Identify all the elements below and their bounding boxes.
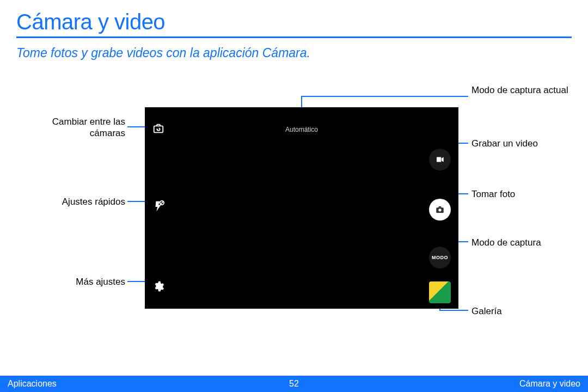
callout-current-mode: Modo de captura actual <box>471 84 568 96</box>
current-mode-label: Automático <box>285 126 318 133</box>
mode-button-label: MODO <box>432 255 448 260</box>
callout-more-settings: Más ajustes <box>49 276 125 287</box>
page-footer: Aplicaciones 52 Cámara y video <box>0 376 588 392</box>
settings-gear-icon[interactable] <box>152 280 164 295</box>
callout-capture-mode: Modo de captura <box>471 237 541 248</box>
camera-diagram: Cambiar entre las cámaras Ajustes rápido… <box>16 91 572 339</box>
switch-camera-icon[interactable] <box>152 122 164 137</box>
footer-topic[interactable]: Cámara y video <box>519 379 580 389</box>
callout-quick-settings: Ajustes rápidos <box>49 196 125 207</box>
flash-icon[interactable] <box>152 200 164 215</box>
gallery-button[interactable] <box>429 281 451 303</box>
camera-screen: Automático <box>145 107 458 309</box>
footer-page-number: 52 <box>289 379 299 389</box>
page-title: Cámara y video <box>16 10 572 34</box>
svg-point-10 <box>438 209 441 211</box>
record-video-button[interactable] <box>429 149 451 170</box>
svg-line-8 <box>161 201 164 205</box>
manual-page: Cámara y video Tome fotos y grabe videos… <box>0 0 588 392</box>
callout-take-photo: Tomar foto <box>471 188 515 200</box>
svg-rect-6 <box>154 126 163 132</box>
title-rule <box>16 36 572 38</box>
take-photo-button[interactable] <box>429 199 451 220</box>
callout-gallery: Galería <box>471 305 502 317</box>
page-subtitle: Tome fotos y grabe videos con la aplicac… <box>16 46 572 60</box>
capture-mode-button[interactable]: MODO <box>429 247 451 268</box>
gallery-thumbnail-icon <box>429 281 451 303</box>
callout-switch-camera: Cambiar entre las cámaras <box>49 116 125 139</box>
callout-record-video: Grabar un video <box>471 138 538 149</box>
footer-section[interactable]: Aplicaciones <box>8 379 57 389</box>
